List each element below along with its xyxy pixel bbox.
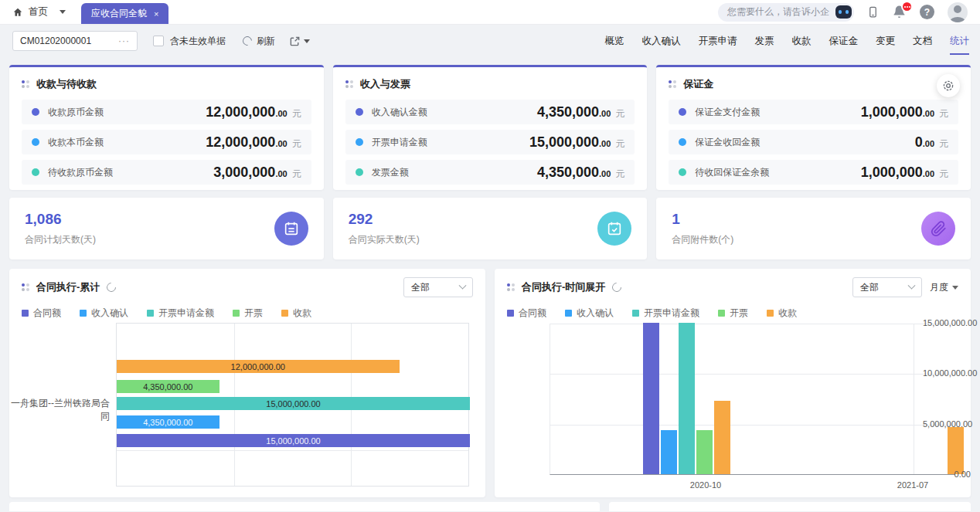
period-select[interactable]: 月度: [930, 281, 958, 294]
metric-amount-int: 1,000,000: [861, 104, 923, 120]
legend-item-收款[interactable]: 收款: [767, 307, 797, 320]
calendar-check-icon: [597, 212, 631, 246]
bar-开票-2020-10[interactable]: [696, 430, 713, 474]
summary-card-revenue-invoice: 收入与发票 收入确认金额4,350,000.00元开票申请金额15,000,00…: [333, 65, 648, 190]
dots-grid-icon: [345, 80, 353, 88]
metric-row: 待收回保证金余额1,000,000.00元: [669, 160, 958, 185]
y-gridline: [550, 425, 955, 426]
user-avatar[interactable]: [948, 2, 968, 22]
bar-收入确认[interactable]: 4,350,000.00: [117, 415, 219, 429]
metric-label: 待收款原币金额: [48, 166, 113, 179]
bar-合同额[interactable]: 15,000,000.00: [117, 434, 470, 447]
metric-value: 12,000,000.00元: [206, 104, 301, 120]
partial-card: [609, 502, 971, 511]
legend-label: 收款: [778, 307, 797, 320]
legend-item-开票[interactable]: 开票: [233, 307, 263, 320]
home-tab-label: 首页: [29, 5, 48, 19]
nav-item-保证金[interactable]: 保证金: [829, 35, 859, 48]
metric-label: 保证金支付金额: [695, 106, 760, 119]
more-button[interactable]: ···: [118, 36, 130, 46]
metric-amount-dec: .00: [275, 139, 287, 148]
legend-swatch: [632, 310, 639, 317]
bar-收款-2021-07[interactable]: [948, 427, 964, 474]
legend-item-开票[interactable]: 开票: [718, 307, 748, 320]
robot-icon: [835, 5, 852, 19]
refresh-button[interactable]: 刷新: [243, 35, 275, 48]
bar-收入确认-2020-10[interactable]: [661, 430, 677, 474]
legend-item-开票申请金额[interactable]: 开票申请金额: [632, 307, 699, 320]
nav-item-发票[interactable]: 发票: [755, 35, 774, 48]
bar-收款-2020-10[interactable]: [714, 401, 730, 474]
legend-item-收款[interactable]: 收款: [281, 307, 311, 320]
export-button[interactable]: [289, 36, 310, 47]
metric-unit: 元: [615, 168, 624, 181]
home-tab[interactable]: 首页: [12, 5, 66, 19]
metric-unit: 元: [292, 137, 301, 151]
metric-dot-icon: [356, 138, 363, 146]
legend-item-合同额[interactable]: 合同额: [507, 307, 546, 320]
x-gridline: [914, 324, 914, 474]
legend-label: 合同额: [33, 307, 61, 320]
assistant-search-input[interactable]: 您需要什么，请告诉小企: [718, 3, 854, 22]
nav-item-统计[interactable]: 统计: [950, 35, 969, 48]
tab-close-icon[interactable]: ×: [154, 9, 158, 19]
chart-card-timeline: 合同执行-时间展开 全部 月度 合同额收入确认开票申请金额开票收款 0.005,…: [495, 269, 971, 497]
chart-card-cumulative: 合同执行-累计 全部 合同额收入确认开票申请金额开票收款 一舟集团--兰州铁路局…: [9, 269, 485, 497]
timeline-filter-select[interactable]: 全部: [852, 277, 922, 297]
y-axis-tick-label: 5,000,000.00: [923, 419, 971, 429]
refresh-icon: [241, 35, 254, 48]
card-title: 收入与发票: [360, 77, 410, 91]
metric-label: 开票申请金额: [372, 136, 427, 149]
chart-refresh-icon[interactable]: [105, 281, 118, 294]
home-icon: [12, 7, 23, 18]
legend-item-合同额[interactable]: 合同额: [22, 307, 61, 320]
nav-item-概览[interactable]: 概览: [605, 35, 624, 48]
legend-item-开票申请金额[interactable]: 开票申请金额: [147, 307, 214, 320]
chart-refresh-icon[interactable]: [611, 281, 624, 294]
nav-item-收入确认[interactable]: 收入确认: [642, 35, 681, 48]
metric-row: 收款原币金额12,000,000.00元: [22, 100, 311, 124]
metric-amount-dec: .00: [599, 169, 611, 178]
metric-dot-icon: [679, 108, 686, 116]
metric-amount-int: 12,000,000: [206, 104, 275, 120]
legend-item-收入确认[interactable]: 收入确认: [80, 307, 128, 320]
include-inactive-checkbox[interactable]: [153, 36, 164, 46]
stat-value: 1,086: [25, 211, 96, 228]
metric-amount-int: 4,350,000: [537, 164, 599, 181]
metric-unit: 元: [292, 168, 301, 181]
metric-dot-icon: [679, 138, 686, 146]
metric-unit: 元: [939, 137, 948, 151]
card-title: 收款与待收款: [36, 77, 97, 91]
metric-amount-int: 0: [915, 134, 923, 151]
bar-开票申请金额-2020-10[interactable]: [679, 323, 695, 474]
deposit-settings-button[interactable]: [937, 74, 960, 97]
nav-item-变更[interactable]: 变更: [876, 35, 895, 48]
stat-label: 合同附件数(个): [672, 233, 733, 246]
nav-item-文档[interactable]: 文档: [913, 35, 932, 48]
bar-开票[interactable]: 4,350,000.00: [117, 380, 219, 393]
legend-swatch: [281, 310, 288, 317]
legend-swatch: [767, 310, 774, 317]
cumulative-filter-select[interactable]: 全部: [403, 277, 473, 297]
paperclip-icon: [921, 212, 955, 246]
nav-item-开票申请[interactable]: 开票申请: [699, 35, 737, 48]
notifications-button[interactable]: [892, 5, 907, 19]
dots-grid-icon: [507, 283, 515, 291]
bar-开票申请金额[interactable]: 15,000,000.00: [117, 397, 470, 410]
help-button[interactable]: ?: [920, 5, 934, 19]
metric-unit: 元: [939, 168, 948, 181]
tab-receivable-contract[interactable]: 应收合同全貌 ×: [81, 3, 168, 24]
chart-title: 合同执行-时间展开: [522, 280, 605, 294]
mobile-button[interactable]: [867, 5, 879, 19]
contract-code-input[interactable]: CM01202000001 ···: [12, 31, 138, 51]
category-gridline: [117, 450, 468, 451]
metric-dot-icon: [356, 168, 363, 176]
nav-item-收款[interactable]: 收款: [792, 35, 812, 48]
legend-item-收入确认[interactable]: 收入确认: [565, 307, 614, 320]
bar-合同额-2020-10[interactable]: [643, 323, 659, 474]
metric-unit: 元: [939, 107, 948, 120]
metric-row: 保证金收回金额0.00元: [669, 130, 958, 154]
metric-value: 1,000,000.00元: [861, 104, 948, 120]
metric-row: 收入确认金额4,350,000.00元: [345, 100, 635, 124]
bar-收款[interactable]: 12,000,000.00: [117, 360, 400, 373]
